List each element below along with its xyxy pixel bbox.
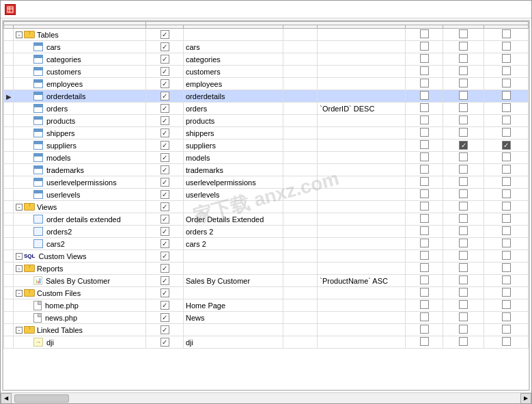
filter-cell[interactable]: [283, 152, 318, 164]
sort-cell[interactable]: [318, 238, 406, 250]
default-cell[interactable]: [406, 336, 443, 349]
checkbox[interactable]: [502, 54, 511, 63]
default-cell[interactable]: [406, 287, 443, 299]
caption-cell[interactable]: categories: [184, 53, 283, 66]
filter-cell[interactable]: [283, 176, 318, 189]
sort-cell[interactable]: [318, 201, 406, 213]
checkbox[interactable]: [160, 313, 169, 322]
default-cell[interactable]: [406, 275, 443, 287]
sort-cell[interactable]: [318, 78, 406, 90]
checkbox[interactable]: [420, 42, 429, 51]
caption-cell[interactable]: Order Details Extended: [184, 213, 283, 226]
caption-cell[interactable]: [184, 262, 283, 275]
checkbox[interactable]: [420, 140, 429, 149]
table-row[interactable]: productsproducts: [4, 115, 529, 127]
checkbox[interactable]: [160, 104, 169, 113]
inline-copy-cell[interactable]: [484, 250, 529, 262]
checkbox[interactable]: [502, 288, 511, 297]
checkbox[interactable]: [459, 152, 468, 161]
sort-cell[interactable]: `ProductName` ASC: [318, 275, 406, 287]
filter-cell[interactable]: [283, 201, 318, 213]
checkbox[interactable]: [502, 29, 511, 38]
checkbox[interactable]: [502, 312, 511, 321]
inline-copy-cell[interactable]: [484, 53, 529, 66]
checkbox[interactable]: [420, 312, 429, 321]
generate-cell[interactable]: [146, 287, 184, 299]
checkbox[interactable]: [420, 29, 429, 38]
inline-add-cell[interactable]: [443, 250, 484, 262]
inline-add-cell[interactable]: [443, 103, 484, 115]
checkbox[interactable]: [502, 263, 511, 272]
filter-cell[interactable]: [283, 139, 318, 152]
checkbox[interactable]: [502, 226, 511, 235]
sort-cell[interactable]: [318, 312, 406, 324]
checkbox[interactable]: [160, 153, 169, 162]
checkbox[interactable]: [160, 79, 169, 88]
inline-copy-cell[interactable]: [484, 213, 529, 226]
checkbox[interactable]: [420, 239, 429, 247]
table-row[interactable]: customerscustomers: [4, 66, 529, 78]
scroll-left-button[interactable]: ◀: [1, 393, 12, 404]
checkbox[interactable]: [459, 79, 468, 87]
default-cell[interactable]: [406, 262, 443, 275]
inline-copy-cell[interactable]: [484, 41, 529, 53]
generate-cell[interactable]: [146, 90, 184, 103]
default-cell[interactable]: [406, 299, 443, 312]
default-cell[interactable]: [406, 29, 443, 41]
sort-cell[interactable]: [318, 53, 406, 66]
generate-cell[interactable]: [146, 103, 184, 115]
caption-cell[interactable]: userlevelpermissions: [184, 176, 283, 189]
inline-add-cell[interactable]: [443, 127, 484, 139]
inline-add-cell[interactable]: [443, 275, 484, 287]
checkbox[interactable]: [502, 165, 511, 174]
inline-add-cell[interactable]: [443, 324, 484, 336]
checkbox[interactable]: [420, 189, 429, 198]
caption-cell[interactable]: userlevels: [184, 189, 283, 201]
checkbox[interactable]: [459, 54, 468, 63]
checkbox[interactable]: [420, 263, 429, 272]
default-cell[interactable]: [406, 78, 443, 90]
checkbox[interactable]: [420, 214, 429, 223]
checkbox[interactable]: [160, 55, 169, 64]
filter-cell[interactable]: [283, 29, 318, 41]
table-row[interactable]: userlevelsuserlevels: [4, 189, 529, 201]
filter-cell[interactable]: [283, 299, 318, 312]
checkbox[interactable]: [160, 42, 169, 51]
checkbox[interactable]: [420, 337, 429, 346]
inline-copy-cell[interactable]: [484, 78, 529, 90]
sort-cell[interactable]: `OrderID` DESC: [318, 103, 406, 115]
filter-cell[interactable]: [283, 41, 318, 53]
checkbox[interactable]: [160, 141, 169, 150]
sort-cell[interactable]: [318, 213, 406, 226]
table-row[interactable]: trademarkstrademarks: [4, 164, 529, 176]
default-cell[interactable]: [406, 312, 443, 324]
default-cell[interactable]: [406, 226, 443, 238]
default-cell[interactable]: [406, 164, 443, 176]
checkbox[interactable]: [502, 152, 511, 161]
caption-cell[interactable]: [184, 29, 283, 41]
checkbox[interactable]: [160, 116, 169, 125]
checkbox[interactable]: [459, 103, 468, 112]
scrollbar-thumb[interactable]: [14, 394, 69, 403]
table-row[interactable]: shippersshippers: [4, 127, 529, 139]
caption-cell[interactable]: customers: [184, 66, 283, 78]
sort-cell[interactable]: [318, 127, 406, 139]
inline-add-cell[interactable]: [443, 115, 484, 127]
filter-cell[interactable]: [283, 53, 318, 66]
filter-cell[interactable]: [283, 103, 318, 115]
generate-cell[interactable]: [146, 238, 184, 250]
caption-cell[interactable]: [184, 287, 283, 299]
checkbox[interactable]: [502, 202, 511, 211]
table-row[interactable]: employeesemployees: [4, 78, 529, 90]
checkbox[interactable]: [420, 226, 429, 235]
caption-cell[interactable]: Sales By Customer: [184, 275, 283, 287]
inline-copy-cell[interactable]: [484, 139, 529, 152]
inline-copy-cell[interactable]: [484, 90, 529, 103]
expand-icon[interactable]: -: [16, 204, 23, 211]
default-cell[interactable]: [406, 103, 443, 115]
generate-cell[interactable]: [146, 66, 184, 78]
inline-copy-cell[interactable]: [484, 287, 529, 299]
filter-cell[interactable]: [283, 90, 318, 103]
caption-cell[interactable]: suppliers: [184, 139, 283, 152]
sort-cell[interactable]: [318, 152, 406, 164]
